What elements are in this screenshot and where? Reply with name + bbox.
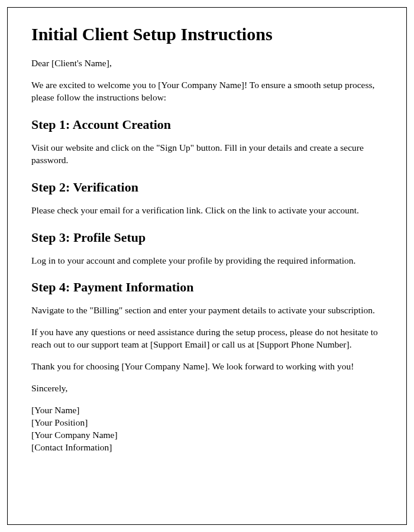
step3-heading: Step 3: Profile Setup bbox=[31, 230, 383, 245]
assistance-paragraph: If you have any questions or need assist… bbox=[31, 326, 383, 351]
thanks-paragraph: Thank you for choosing [Your Company Nam… bbox=[31, 361, 383, 373]
closing: Sincerely, bbox=[31, 382, 383, 395]
intro-paragraph: We are excited to welcome you to [Your C… bbox=[31, 79, 383, 104]
document-container: Initial Client Setup Instructions Dear [… bbox=[7, 7, 407, 525]
greeting: Dear [Client's Name], bbox=[31, 57, 383, 70]
step1-heading: Step 1: Account Creation bbox=[31, 117, 383, 132]
signature-name: [Your Name] bbox=[31, 404, 383, 417]
step3-body: Log in to your account and complete your… bbox=[31, 255, 383, 267]
step4-body: Navigate to the "Billing" section and en… bbox=[31, 304, 383, 317]
step1-body: Visit our website and click on the "Sign… bbox=[31, 142, 383, 167]
document-title: Initial Client Setup Instructions bbox=[31, 24, 383, 44]
step2-heading: Step 2: Verification bbox=[31, 180, 383, 195]
signature-block: [Your Name] [Your Position] [Your Compan… bbox=[31, 404, 383, 454]
step2-body: Please check your email for a verificati… bbox=[31, 205, 383, 217]
signature-position: [Your Position] bbox=[31, 417, 383, 429]
step4-heading: Step 4: Payment Information bbox=[31, 280, 383, 295]
signature-contact: [Contact Information] bbox=[31, 442, 383, 454]
signature-company: [Your Company Name] bbox=[31, 429, 383, 442]
